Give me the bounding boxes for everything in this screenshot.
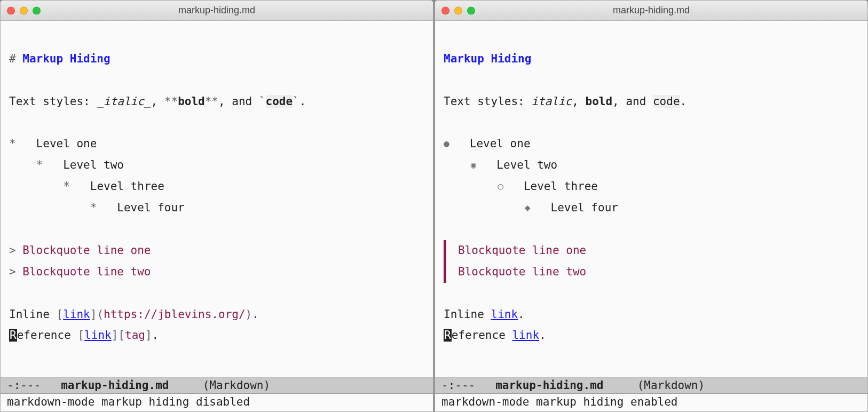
minibuffer-left[interactable]: markdown-mode markup hiding disabled <box>1 394 433 411</box>
list-item: * Level four <box>9 201 185 214</box>
bracket-open: [ <box>57 308 64 321</box>
styles-line: Text styles: italic, bold, and code. <box>444 95 686 108</box>
modeline-prefix: -:--- <box>7 379 61 392</box>
heading-line: # Markup Hiding <box>9 52 111 65</box>
styles-line: Text styles: _italic_, **bold**, and `co… <box>9 95 306 108</box>
styles-prefix: Text styles: <box>444 95 531 108</box>
indent <box>444 159 471 171</box>
window-title: markup-hiding.md <box>1 5 433 16</box>
buffer-right[interactable]: Markup Hiding Text styles: italic, bold,… <box>435 21 867 377</box>
sep: , and <box>218 95 259 108</box>
link-text[interactable]: link <box>63 308 90 321</box>
styles-end: . <box>299 95 306 108</box>
styles-end: . <box>680 95 687 108</box>
inline-prefix: Inline <box>9 308 57 321</box>
emacs-window-right: markup-hiding.md Markup Hiding Text styl… <box>435 0 868 412</box>
titlebar-right: markup-hiding.md <box>435 1 867 21</box>
bullet-icon: * <box>9 137 16 150</box>
gap <box>43 159 63 171</box>
sep: , <box>151 95 164 108</box>
bullet-icon: * <box>90 201 97 214</box>
dot: . <box>152 329 159 342</box>
window-title: markup-hiding.md <box>435 5 867 16</box>
reference-link-line: Reference link. <box>444 329 546 342</box>
bullet-icon: * <box>36 159 43 171</box>
code-text: code <box>266 95 293 108</box>
link-text[interactable]: link <box>491 308 518 321</box>
indent <box>9 180 63 193</box>
heading-text: Markup Hiding <box>444 52 531 65</box>
list-text: Level three <box>524 180 598 193</box>
emacs-window-left: markup-hiding.md # Markup Hiding Text st… <box>0 0 433 412</box>
indent <box>9 159 36 171</box>
minimize-icon[interactable] <box>454 6 462 14</box>
link-url: https://jblevins.org/ <box>104 308 246 321</box>
gap <box>16 137 36 150</box>
modeline-filename: markup-hiding.md <box>495 379 603 392</box>
inline-link-line: Inline link. <box>444 308 525 321</box>
modeline-mode: (Markdown) <box>603 379 705 392</box>
italic-text: italic <box>104 95 144 108</box>
code-close: ` <box>293 95 299 108</box>
list-item: * Level two <box>9 159 124 171</box>
bold-text: bold <box>178 95 205 108</box>
close-icon[interactable] <box>441 6 449 14</box>
zoom-icon[interactable] <box>467 6 475 14</box>
list-text: Level three <box>90 180 164 193</box>
quote-marker: > <box>9 265 22 278</box>
bullet-icon: ◉ <box>471 156 477 174</box>
quote-text: Blockquote line one <box>22 244 151 257</box>
bracket-open: [ <box>118 329 125 342</box>
bracket-close: ] <box>90 308 97 321</box>
inline-prefix: Inline <box>444 308 491 321</box>
quote-text: Blockquote line two <box>458 265 586 278</box>
blockquote: Blockquote line one Blockquote line two <box>444 240 859 283</box>
heading-text: Markup Hiding <box>22 52 110 65</box>
bold-close: ** <box>205 95 218 108</box>
modeline-prefix: -:--- <box>441 379 495 392</box>
modeline-mode: (Markdown) <box>169 379 270 392</box>
quote-text: Blockquote line two <box>22 265 151 278</box>
indent <box>444 180 498 193</box>
buffer-left[interactable]: # Markup Hiding Text styles: _italic_, *… <box>1 21 433 377</box>
close-icon[interactable] <box>7 6 15 14</box>
dot: . <box>518 308 525 321</box>
modeline-right[interactable]: -:--- markup-hiding.md (Markdown) <box>435 377 867 394</box>
dot: . <box>539 329 546 342</box>
gap <box>503 180 524 193</box>
quote-marker: > <box>9 244 22 257</box>
gap <box>97 201 117 214</box>
list-item: ◉ Level two <box>444 159 557 171</box>
bold-open: ** <box>164 95 178 108</box>
indent <box>444 201 525 214</box>
indent <box>9 201 90 214</box>
minimize-icon[interactable] <box>20 6 28 14</box>
modeline-left[interactable]: -:--- markup-hiding.md (Markdown) <box>1 377 433 394</box>
zoom-icon[interactable] <box>33 6 41 14</box>
link-text[interactable]: link <box>84 329 112 342</box>
blockquote-line: > Blockquote line two <box>9 265 151 278</box>
bullet-icon: * <box>63 180 70 193</box>
list-text: Level one <box>36 137 97 150</box>
titlebar-left: markup-hiding.md <box>1 1 433 21</box>
ref-rest: eference <box>452 329 512 342</box>
dot: . <box>252 308 259 321</box>
list-item: * Level three <box>9 180 164 193</box>
inline-link-line: Inline [link](https://jblevins.org/). <box>9 308 259 321</box>
sep: , and <box>612 95 653 108</box>
code-text: code <box>653 95 680 108</box>
gap <box>70 180 90 193</box>
paren-close: ) <box>246 308 252 321</box>
paren-open: ( <box>97 308 104 321</box>
list-item: ● Level one <box>444 137 531 150</box>
link-text[interactable]: link <box>512 329 539 342</box>
modeline-filename: markup-hiding.md <box>61 379 169 392</box>
list-text: Level four <box>550 201 618 214</box>
list-text: Level four <box>117 201 184 214</box>
window-controls <box>441 6 475 14</box>
bracket-close: ] <box>112 329 119 342</box>
bullet-icon: ● <box>444 134 449 153</box>
minibuffer-right[interactable]: markdown-mode markup hiding enabled <box>435 394 867 411</box>
bracket-close: ] <box>145 329 152 342</box>
italic-text: italic <box>531 95 572 108</box>
